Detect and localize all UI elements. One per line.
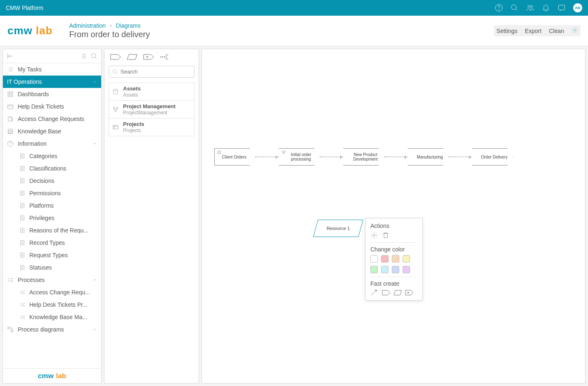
delete-action-icon[interactable] bbox=[382, 232, 389, 239]
flow-node[interactable]: Initial order processing bbox=[279, 148, 320, 166]
help-icon[interactable] bbox=[495, 4, 503, 12]
color-swatch[interactable] bbox=[381, 266, 389, 273]
nav-sub-item[interactable]: Reasons of the Requ... bbox=[3, 224, 101, 237]
nav-sub-item[interactable]: Access Change Requ... bbox=[3, 286, 101, 298]
nav-item[interactable]: Help Desk Tickets bbox=[3, 100, 101, 113]
tasks-icon bbox=[7, 66, 14, 73]
nav-item[interactable]: Access Change Requests bbox=[3, 113, 101, 125]
fc-plus-icon[interactable] bbox=[405, 289, 413, 296]
settings-button[interactable]: Settings bbox=[496, 28, 517, 34]
main: My Tasks IT Operations Dashboards Help D… bbox=[0, 46, 588, 386]
settings-action-icon[interactable] bbox=[370, 232, 378, 239]
color-swatch[interactable] bbox=[392, 255, 399, 263]
svg-rect-12 bbox=[7, 105, 13, 109]
bell-icon[interactable] bbox=[542, 4, 550, 12]
search-icon[interactable] bbox=[510, 4, 519, 12]
nav-sub-item[interactable]: Request Types bbox=[3, 249, 101, 261]
nav-sub-item[interactable]: Permissions bbox=[3, 187, 101, 199]
doc-icon bbox=[19, 190, 25, 196]
svg-point-32 bbox=[116, 107, 118, 109]
doc-icon bbox=[19, 178, 25, 184]
chat-icon[interactable] bbox=[557, 4, 566, 12]
nav-icon bbox=[7, 116, 14, 122]
nav-sub-item[interactable]: Knowledge Base Ma... bbox=[3, 311, 101, 323]
resource-shape[interactable]: Resource 1 bbox=[313, 220, 363, 237]
chevron-up-icon bbox=[92, 141, 97, 146]
export-button[interactable]: Export bbox=[525, 28, 541, 34]
nav-sub-item[interactable]: Help Desk Tickets Pr... bbox=[3, 298, 101, 311]
header: cmwlab Administration › Diagrams From or… bbox=[0, 16, 588, 46]
nav-item[interactable]: Knowledge Base bbox=[3, 125, 101, 137]
nav-sub-item[interactable]: Statuses bbox=[3, 261, 101, 274]
search-icon bbox=[112, 69, 118, 75]
svg-point-27 bbox=[162, 57, 163, 57]
svg-point-13 bbox=[7, 141, 13, 146]
connector-tool[interactable] bbox=[160, 53, 171, 61]
gear-icon[interactable] bbox=[571, 27, 578, 35]
users-icon[interactable] bbox=[526, 4, 534, 12]
asset-item[interactable]: Project ManagementProjectManagement bbox=[109, 101, 194, 118]
nav-process-diagrams[interactable]: Process diagrams bbox=[3, 323, 101, 336]
asset-icon bbox=[112, 124, 119, 130]
nav-sub-item[interactable]: Categories bbox=[3, 150, 101, 162]
asset-icon bbox=[112, 88, 119, 95]
doc-icon bbox=[19, 240, 25, 246]
color-swatch[interactable] bbox=[370, 255, 378, 263]
color-swatch[interactable] bbox=[403, 255, 410, 263]
doc-icon bbox=[19, 203, 25, 208]
nav-sub-item[interactable]: Record Types bbox=[3, 237, 101, 249]
app-title: CMW Platform bbox=[6, 5, 43, 11]
color-swatch[interactable] bbox=[381, 255, 389, 263]
list-icon[interactable] bbox=[80, 52, 87, 60]
arrow-plus-tool[interactable] bbox=[143, 53, 154, 61]
nav-sub-item[interactable]: Platforms bbox=[3, 199, 101, 212]
popup-actions-title: Actions bbox=[370, 223, 417, 229]
flow-node[interactable]: Order Delivery bbox=[472, 148, 513, 166]
flow-node[interactable]: New Product Development bbox=[343, 148, 384, 166]
search-input[interactable] bbox=[121, 69, 191, 75]
flow-node[interactable]: Client Orders bbox=[214, 148, 256, 166]
flow-node[interactable]: Manufacturing bbox=[408, 148, 449, 166]
sidebar: My Tasks IT Operations Dashboards Help D… bbox=[2, 49, 102, 384]
canvas[interactable]: Client OrdersInitial order processingNew… bbox=[202, 49, 586, 384]
search-box[interactable] bbox=[109, 66, 194, 78]
nav-processes[interactable]: Processes bbox=[3, 274, 101, 286]
asset-item[interactable]: AssetsAssets bbox=[109, 83, 194, 101]
avatar[interactable]: AD bbox=[573, 3, 582, 12]
breadcrumb-root[interactable]: Administration bbox=[69, 22, 106, 29]
asset-item[interactable]: ProjectsProjects bbox=[109, 118, 194, 136]
search-sidebar-icon[interactable] bbox=[90, 52, 98, 60]
nav-it-operations[interactable]: IT Operations bbox=[3, 76, 101, 88]
color-swatch[interactable] bbox=[370, 266, 378, 273]
nav-sub-item[interactable]: Decisions bbox=[3, 175, 101, 187]
diagram-icon bbox=[7, 326, 14, 333]
nav-sub-item[interactable]: Classifications bbox=[3, 162, 101, 175]
nav-item[interactable]: Dashboards bbox=[3, 88, 101, 100]
chevron-right-icon: › bbox=[110, 22, 112, 29]
breadcrumb-page[interactable]: Diagrams bbox=[116, 22, 141, 29]
flow-connector bbox=[256, 156, 279, 157]
fc-pointer-icon[interactable] bbox=[370, 289, 379, 296]
nav-sub-item[interactable]: Privileges bbox=[3, 212, 101, 224]
parallelogram-tool[interactable] bbox=[127, 53, 138, 61]
collapse-icon[interactable] bbox=[6, 52, 14, 60]
color-swatch[interactable] bbox=[403, 266, 410, 273]
shape-tools bbox=[109, 53, 194, 61]
flow-connector bbox=[320, 156, 343, 157]
page-title: From order to delivery bbox=[69, 30, 150, 39]
fc-parallelogram-icon[interactable] bbox=[394, 289, 402, 296]
svg-rect-34 bbox=[113, 125, 118, 129]
doc-icon bbox=[19, 166, 25, 171]
clean-button[interactable]: Clean bbox=[549, 28, 564, 34]
nav-information[interactable]: Information bbox=[3, 137, 101, 150]
nav-my-tasks[interactable]: My Tasks bbox=[3, 63, 101, 76]
bottom-logo: cmwlab bbox=[3, 368, 101, 383]
topbar-icons: AD bbox=[495, 3, 582, 12]
doc-icon bbox=[19, 227, 25, 233]
arrow-shape-tool[interactable] bbox=[110, 53, 121, 61]
color-swatch[interactable] bbox=[392, 266, 399, 273]
svg-rect-35 bbox=[218, 151, 221, 154]
fc-arrow-icon[interactable] bbox=[382, 289, 390, 296]
doc-icon bbox=[19, 265, 25, 270]
popup-fastcreate-title: Fast create bbox=[370, 280, 417, 287]
